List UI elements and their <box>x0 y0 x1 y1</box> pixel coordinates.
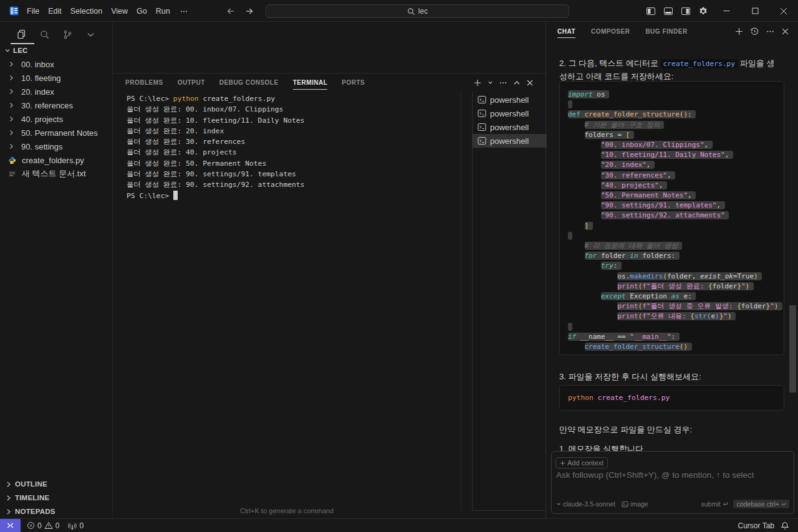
tab-output[interactable]: OUTPUT <box>178 74 205 92</box>
maximize-button[interactable] <box>741 0 769 22</box>
tab-composer[interactable]: COMPOSER <box>591 22 630 40</box>
image-icon <box>622 501 628 508</box>
new-terminal-icon[interactable] <box>471 77 484 89</box>
command-center-search[interactable]: lec <box>266 4 569 18</box>
terminal-viewport[interactable]: PS C:\lec> python create_folders.py 폴더 생… <box>113 92 461 506</box>
section-label: OUTLINE <box>15 480 47 488</box>
code-block[interactable]: import os def create_folder_structure():… <box>559 81 784 355</box>
ports-status[interactable]: 0 <box>68 521 84 530</box>
app-logo-icon[interactable] <box>9 6 19 16</box>
close-chat-icon[interactable] <box>781 27 789 36</box>
add-context-button[interactable]: Add context <box>555 457 608 468</box>
tab-ports[interactable]: PORTS <box>342 74 365 92</box>
menu-view[interactable]: View <box>107 5 132 17</box>
model-selector[interactable]: claude-3.5-sonnet <box>556 500 615 508</box>
code-line: ] <box>568 221 782 231</box>
toggle-primary-sidebar-icon[interactable] <box>642 0 660 22</box>
source-control-icon[interactable] <box>56 26 79 42</box>
menu-run[interactable]: Run <box>151 5 175 17</box>
workspace-root-label: LEC <box>13 47 28 54</box>
terminal-output: PS C:\lec> python create_folders.py 폴더 생… <box>127 93 304 201</box>
terminal-list-sash[interactable] <box>472 92 473 510</box>
new-chat-icon[interactable] <box>734 27 744 36</box>
tab-chat[interactable]: CHAT <box>557 22 575 40</box>
tree-folder-permanent-notes[interactable]: 50. Permanent Notes <box>0 126 112 140</box>
menu-file[interactable]: File <box>22 5 44 17</box>
maximize-panel-icon[interactable] <box>511 77 522 88</box>
minimize-button[interactable] <box>712 0 741 22</box>
tree-item-label: 새 텍스트 문서.txt <box>22 168 86 179</box>
chat-message-area[interactable]: 2. 그 다음, 텍스트 에디터로 create_folders.py 파일을 … <box>547 40 798 518</box>
title-bar-right <box>642 0 798 22</box>
notepads-section[interactable]: NOTEPADS <box>0 505 112 518</box>
tab-debug-console[interactable]: DEBUG CONSOLE <box>219 74 279 92</box>
toggle-secondary-sidebar-icon[interactable] <box>677 0 695 22</box>
explorer-icon[interactable] <box>10 26 33 42</box>
code-line: "50. Permanent Notes", <box>568 191 782 201</box>
editor-region: PROBLEMS OUTPUT DEBUG CONSOLE TERMINAL P… <box>112 22 546 518</box>
panel-more-actions-icon[interactable] <box>497 77 509 89</box>
outline-section[interactable]: OUTLINE <box>0 477 112 491</box>
tree-folder-projects[interactable]: 40. projects <box>0 112 112 126</box>
text-file-icon <box>8 170 17 178</box>
back-arrow-icon[interactable] <box>226 6 236 16</box>
chat-more-icon[interactable] <box>766 27 775 36</box>
code-line <box>568 100 782 110</box>
menu-more-icon[interactable] <box>175 5 193 17</box>
radio-tower-icon <box>68 521 77 530</box>
tab-bug-finder[interactable]: BUG FINDER <box>645 22 687 40</box>
terminal-line: 폴더 생성 완료: 90. settings/92. attachments <box>127 179 304 190</box>
terminal-session-item[interactable]: powershell <box>473 107 547 120</box>
remote-indicator[interactable] <box>0 519 21 532</box>
activity-more-icon[interactable] <box>79 26 102 42</box>
enter-key-icon <box>722 501 728 507</box>
toggle-panel-icon[interactable] <box>660 0 677 22</box>
tree-folder-settings[interactable]: 90. settings <box>0 140 112 153</box>
tree-folder-fleeting[interactable]: 10. fleeting <box>0 71 112 85</box>
submit-button[interactable]: submit <box>701 500 728 508</box>
menu-edit[interactable]: Edit <box>44 5 66 17</box>
settings-gear-icon[interactable] <box>695 0 712 22</box>
search-sidebar-icon[interactable] <box>33 26 56 42</box>
add-context-label: Add context <box>567 459 603 467</box>
codebase-submit-chip[interactable]: codebase ctrl+ <box>733 500 789 508</box>
plus-icon <box>560 460 565 466</box>
bell-icon[interactable] <box>781 521 789 530</box>
model-name-label: claude-3.5-sonnet <box>563 500 615 508</box>
search-icon <box>407 7 415 16</box>
code-line: import os <box>568 90 782 100</box>
terminal-separator <box>461 92 461 510</box>
menu-go[interactable]: Go <box>132 5 151 17</box>
cursor-tab-status[interactable]: Cursor Tab <box>738 521 774 530</box>
terminal-session-item-selected[interactable]: powershell <box>473 134 547 148</box>
chat-history-icon[interactable] <box>750 27 759 36</box>
tree-folder-references[interactable]: 30. references <box>0 98 112 112</box>
attach-image-button[interactable]: image <box>622 500 648 508</box>
timeline-section[interactable]: TIMELINE <box>0 491 112 505</box>
title-bar: File Edit Selection View Go Run lec <box>0 0 798 22</box>
tree-folder-index[interactable]: 20. index <box>0 85 112 98</box>
close-window-button[interactable] <box>769 0 798 22</box>
terminal-icon <box>478 95 486 104</box>
command-snippet[interactable]: python create_folders.py <box>559 385 784 411</box>
section-label: NOTEPADS <box>15 508 55 515</box>
chat-input-box[interactable]: Add context Ask followup (Ctrl+Shift+Y),… <box>551 451 794 514</box>
close-panel-icon[interactable] <box>524 77 536 88</box>
terminal-hint: Ctrl+K to generate a command <box>113 507 461 515</box>
problems-status[interactable]: 0 0 <box>27 521 59 530</box>
terminal-session-item[interactable]: powershell <box>473 93 547 107</box>
terminal-session-item[interactable]: powershell <box>473 120 547 134</box>
terminal-session-label: powershell <box>490 136 529 146</box>
menu-selection[interactable]: Selection <box>66 5 107 17</box>
tab-terminal[interactable]: TERMINAL <box>293 74 328 92</box>
tree-file-create-folders-py[interactable]: create_folders.py <box>0 153 112 167</box>
workspace-root-row[interactable]: LEC <box>0 44 112 57</box>
code-line: except Exception as e: <box>568 292 782 302</box>
terminal-profile-dropdown-icon[interactable] <box>486 78 495 87</box>
forward-arrow-icon[interactable] <box>244 6 254 16</box>
tree-folder-inbox[interactable]: 00. inbox <box>0 57 112 71</box>
tab-problems[interactable]: PROBLEMS <box>125 74 163 92</box>
chat-scrollbar-thumb[interactable] <box>789 305 796 392</box>
code-line: print(f"폴더 생성 중 오류 발생: {folder}") <box>568 302 782 311</box>
tree-file-text-document[interactable]: 새 텍스트 문서.txt <box>0 167 112 181</box>
